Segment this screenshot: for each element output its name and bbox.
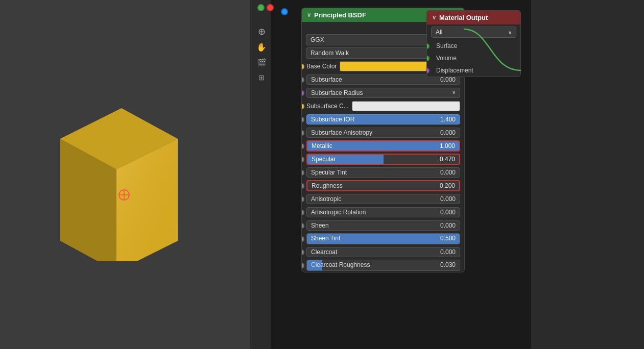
anisotropic-field[interactable]: Anisotropic 0.000 xyxy=(306,194,460,204)
ggx-value: GGX xyxy=(311,36,324,43)
top-icon-red xyxy=(267,4,274,11)
sheen-socket[interactable] xyxy=(301,223,304,229)
subsurface-label: Subsurface xyxy=(311,76,342,83)
clearcoat-label: Clearcoat xyxy=(311,248,337,256)
metallic-label: Metallic xyxy=(312,142,332,149)
sheen-field[interactable]: Sheen 0.000 xyxy=(306,220,460,231)
mo-arrow: ∨ xyxy=(432,14,436,21)
mo-surface-socket[interactable] xyxy=(426,43,430,49)
subsurface-ior-label: Subsurface IOR xyxy=(311,116,354,123)
anisotropic-rotation-socket[interactable] xyxy=(301,210,304,215)
subsurface-radius-socket[interactable] xyxy=(301,90,304,96)
sheen-tint-field[interactable]: Sheen Tint 0.500 xyxy=(306,233,460,244)
mo-dropdown-wrapper: All ∨ xyxy=(427,24,520,40)
subsurface-ior-field[interactable]: Subsurface IOR 1.400 xyxy=(306,114,460,124)
toolbar-grid-icon[interactable]: ⊞ xyxy=(254,70,269,85)
clearcoat-roughness-field[interactable]: Clearcoat Roughness 0.030 xyxy=(306,260,460,271)
anisotropic-socket[interactable] xyxy=(301,196,304,202)
anisotropic-value: 0.000 xyxy=(440,195,456,203)
subsurface-socket[interactable] xyxy=(301,77,304,83)
bsdf-header-arrow: ∨ xyxy=(307,12,311,18)
specular-tint-value: 0.000 xyxy=(440,169,456,176)
metallic-value: 1.000 xyxy=(440,142,455,149)
specular-tint-label: Specular Tint xyxy=(311,169,347,176)
specular-value: 0.470 xyxy=(436,155,459,164)
subsurface-radius-dropdown[interactable]: Subsurface Radius ∨ xyxy=(306,88,460,98)
mo-volume-socket[interactable] xyxy=(426,56,430,61)
top-icon-blue xyxy=(281,8,288,15)
material-output-header: ∨ Material Output xyxy=(427,11,520,24)
subsurface-color-label: Subsurface C... xyxy=(306,103,349,110)
mo-surface-label: Surface xyxy=(436,42,457,49)
subsurface-ior-socket[interactable] xyxy=(301,117,304,122)
anisotropic-rotation-field[interactable]: Anisotropic Rotation 0.000 xyxy=(306,207,460,217)
sheen-value: 0.000 xyxy=(440,222,456,229)
toolbar-camera-icon[interactable]: 🎬 xyxy=(254,55,269,69)
clearcoat-roughness-label: Clearcoat Roughness xyxy=(307,260,374,270)
viewport-3d[interactable] xyxy=(0,0,250,349)
sheen-tint-value: 0.500 xyxy=(436,234,460,244)
mo-displacement-row: Displacement xyxy=(427,64,520,77)
specular-socket[interactable] xyxy=(301,157,304,162)
sheen-tint-socket[interactable] xyxy=(301,236,304,242)
mo-displacement-label: Displacement xyxy=(436,67,473,74)
toolbar-hand-icon[interactable]: ✋ xyxy=(254,40,269,54)
anisotropic-label: Anisotropic xyxy=(311,195,341,203)
subsurface-aniso-label: Subsurface Anisotropy xyxy=(311,129,372,136)
base-color-socket[interactable] xyxy=(301,64,304,69)
mo-volume-label: Volume xyxy=(436,55,457,62)
node-editor-panel: ∨ Principled BSDF BSDF GGX ∨ Random Walk… xyxy=(271,0,531,349)
subsurface-aniso-field[interactable]: Subsurface Anisotropy 0.000 xyxy=(306,128,460,138)
mo-displacement-socket[interactable] xyxy=(426,68,430,73)
anisotropic-rotation-label: Anisotropic Rotation xyxy=(311,209,366,216)
bsdf-header-title: Principled BSDF xyxy=(314,11,366,19)
mo-all-value: All xyxy=(436,29,442,36)
clearcoat-socket[interactable] xyxy=(301,250,304,255)
roughness-label: Roughness xyxy=(312,182,343,189)
roughness-socket[interactable] xyxy=(301,183,304,189)
roughness-value: 0.200 xyxy=(440,182,455,189)
mo-title: Material Output xyxy=(439,14,488,21)
clearcoat-roughness-socket[interactable] xyxy=(301,263,304,268)
mo-all-arrow: ∨ xyxy=(508,30,512,35)
subsurface-color-swatch[interactable] xyxy=(352,101,460,111)
mo-volume-row: Volume xyxy=(427,52,520,64)
random-walk-value: Random Walk xyxy=(311,49,349,57)
subsurface-radius-label: Subsurface Radius xyxy=(311,89,363,96)
specular-label: Specular xyxy=(307,155,340,164)
specular-tint-field[interactable]: Specular Tint 0.000 xyxy=(306,167,460,178)
top-icon-green xyxy=(257,4,265,11)
specular-field[interactable]: Specular 0.470 xyxy=(306,154,460,165)
metallic-socket[interactable] xyxy=(301,143,304,149)
mo-surface-row: Surface xyxy=(427,40,520,52)
roughness-field[interactable]: Roughness 0.200 xyxy=(306,180,460,191)
subsurface-radius-arrow: ∨ xyxy=(452,89,456,96)
subsurface-value: 0.000 xyxy=(440,76,456,83)
material-output-node: ∨ Material Output All ∨ Surface Volume D… xyxy=(426,10,521,77)
sheen-tint-label: Sheen Tint xyxy=(307,234,344,244)
specular-tint-socket[interactable] xyxy=(301,170,304,176)
base-color-label: Base Color xyxy=(306,63,337,70)
clearcoat-roughness-value: 0.030 xyxy=(436,260,460,270)
sheen-label: Sheen xyxy=(311,222,329,229)
toolbar-add-icon[interactable]: ⊕ xyxy=(254,24,269,39)
clearcoat-value: 0.000 xyxy=(440,248,456,256)
subsurface-aniso-socket[interactable] xyxy=(301,130,304,136)
mo-all-dropdown[interactable]: All ∨ xyxy=(431,27,516,38)
metallic-field[interactable]: Metallic 1.000 xyxy=(306,140,460,152)
subsurface-aniso-value: 0.000 xyxy=(440,129,456,136)
subsurface-color-socket[interactable] xyxy=(301,104,304,109)
subsurface-ior-value: 1.400 xyxy=(440,116,456,123)
clearcoat-field[interactable]: Clearcoat 0.000 xyxy=(306,247,460,257)
anisotropic-rotation-value: 0.000 xyxy=(440,209,456,216)
